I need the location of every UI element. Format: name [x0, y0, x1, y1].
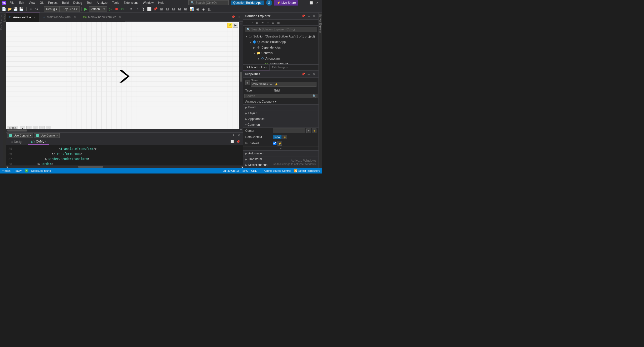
menu-extensions[interactable]: Extensions: [122, 1, 140, 5]
project-root[interactable]: ▾ 🔷 Question Builder App: [243, 39, 318, 45]
isenabled-checkbox[interactable]: [273, 142, 276, 145]
restore-button[interactable]: ⬜: [308, 0, 314, 6]
prop-lightning-icon[interactable]: ⚡: [274, 82, 278, 86]
select-repository-button[interactable]: 🔀 Select Repository: [294, 169, 320, 172]
restart-icon[interactable]: ↺: [120, 6, 125, 12]
menu-git[interactable]: Git: [38, 1, 46, 5]
se-forward-icon[interactable]: →: [250, 20, 255, 25]
scroll-up-icon[interactable]: ▲: [240, 22, 242, 25]
menu-project[interactable]: Project: [46, 1, 59, 5]
prop-name-value[interactable]: <No Name> ✏ ⚡: [251, 82, 316, 87]
horiz-scroll-thumb[interactable]: [78, 166, 103, 168]
prop-arrow-icon[interactable]: ⇐: [306, 72, 311, 76]
arrow-xaml-cs-item[interactable]: ▶ C# Arrow.xaml.cs: [243, 61, 318, 64]
usercontrol-selector[interactable]: ⬡ UserControl ▾: [7, 133, 33, 138]
tab-close-arrow[interactable]: ✕: [32, 15, 36, 19]
isenabled-reset-icon[interactable]: ⚡: [277, 141, 282, 146]
open-folder-icon[interactable]: 📂: [7, 6, 12, 12]
menu-build[interactable]: Build: [60, 1, 71, 5]
platform-dropdown[interactable]: Any CPU ▾: [60, 6, 79, 12]
code-fullscreen-icon[interactable]: ⬜: [229, 139, 235, 145]
toolbar-btn-8[interactable]: ⊡: [171, 6, 176, 12]
new-project-icon[interactable]: 📄: [1, 6, 7, 12]
menu-debug[interactable]: Debug: [71, 1, 84, 5]
horiz-scrollbar-code[interactable]: ◄ ►: [6, 165, 243, 168]
prop-pin-icon[interactable]: 📌: [301, 72, 305, 76]
se-search-box[interactable]: 🔍: [245, 27, 317, 32]
prop-arrange-row[interactable]: Arrange by: Category ▾: [243, 99, 318, 105]
cursor-reset-icon[interactable]: ⚡: [312, 128, 316, 133]
prop-section-layout[interactable]: ▶ Layout: [243, 110, 318, 116]
solution-root[interactable]: ▾ 🗂 Solution 'Question Builder App' (1 o…: [243, 34, 318, 39]
stop-debug-icon[interactable]: ⏹: [114, 6, 119, 12]
toolbar-btn-10[interactable]: ⊞: [183, 6, 188, 12]
save-all-icon[interactable]: 💾: [18, 6, 24, 12]
toolbox-label[interactable]: Toolbox: [3, 14, 6, 22]
se-new-solution-icon[interactable]: ⊞: [276, 20, 281, 25]
scroll-right-btn[interactable]: ►: [242, 166, 243, 168]
status-encoding[interactable]: SPC: [243, 169, 248, 172]
close-xaml-tab-icon[interactable]: ✕: [45, 140, 47, 143]
menu-tools[interactable]: Tools: [110, 1, 121, 5]
live-share-button[interactable]: ⚡ Live Share: [274, 0, 298, 6]
toolbar-btn-13[interactable]: ◈: [201, 6, 207, 12]
tab-pin-icon[interactable]: 📌: [230, 14, 236, 20]
scroll-left-btn[interactable]: ◄: [7, 166, 8, 168]
se-properties-icon[interactable]: ⊞: [255, 20, 260, 25]
toolbar-btn-4[interactable]: ⬜: [147, 6, 152, 12]
dependencies-item[interactable]: ▶ ⚙ Dependencies: [243, 45, 318, 50]
code-settings-icon[interactable]: ⚙: [236, 133, 242, 138]
tab-arrow-xaml[interactable]: ⬡ Arrow.xaml ✕: [6, 13, 40, 22]
status-git-icon[interactable]: ⑂ main: [2, 169, 11, 172]
prop-section-common[interactable]: ▾ Common: [243, 122, 318, 128]
prop-expand-more[interactable]: ▾: [243, 147, 318, 151]
scroll-down-icon[interactable]: ▼: [240, 128, 242, 131]
debug-config-dropdown[interactable]: Debug ▾: [44, 6, 60, 12]
controls-item[interactable]: ▾ 📁 Controls: [243, 50, 318, 56]
design-toolbar-arrow-icon[interactable]: ▶: [233, 23, 238, 28]
toolbar-btn-11[interactable]: 📊: [189, 6, 194, 12]
close-button[interactable]: ✕: [314, 0, 320, 6]
prop-grid-icon[interactable]: ⊞: [245, 80, 250, 85]
tab-menu-icon[interactable]: ≡: [236, 14, 242, 20]
se-tab-git-changes[interactable]: Git Changes: [270, 65, 290, 70]
prop-section-automation[interactable]: ▶ Automation: [243, 151, 318, 156]
datacontext-reset-icon[interactable]: ⚡: [283, 135, 287, 139]
toolbar-btn-6[interactable]: ⊞: [159, 6, 164, 12]
se-tab-solution-explorer[interactable]: Solution Explorer: [243, 65, 270, 70]
scroll-thumb[interactable]: [240, 72, 242, 82]
data-sources-label[interactable]: Data Sources: [0, 14, 3, 31]
se-arrow-icon[interactable]: ⇐: [306, 14, 311, 18]
prop-search-box[interactable]: 🔍: [244, 94, 317, 98]
prop-new-badge[interactable]: New: [273, 135, 281, 139]
start-without-debug-icon[interactable]: ▷: [108, 6, 113, 12]
code-pin-icon[interactable]: 📌: [235, 139, 241, 145]
redo-icon[interactable]: ↪: [34, 6, 39, 12]
se-search-input[interactable]: [251, 28, 315, 31]
expand-code-icon[interactable]: ⬆: [230, 133, 236, 138]
attach-button[interactable]: Attach... ▾: [89, 6, 107, 12]
status-line-ending[interactable]: CRLF: [251, 169, 258, 172]
design-tab[interactable]: ⊞ Design: [8, 139, 26, 145]
save-icon[interactable]: 💾: [13, 6, 18, 12]
menu-analyze[interactable]: Analyze: [95, 1, 110, 5]
status-no-issues[interactable]: No issues found: [31, 169, 51, 172]
se-collapse-icon[interactable]: ⊟: [271, 20, 276, 25]
prop-close-icon[interactable]: ✕: [312, 72, 316, 76]
horiz-scroll-track[interactable]: [8, 166, 241, 168]
menu-view[interactable]: View: [27, 1, 37, 5]
toolbar-btn-1[interactable]: ≡: [129, 6, 134, 12]
toolbar-btn-5[interactable]: 📌: [153, 6, 158, 12]
prop-section-appearance[interactable]: ▶ Appearance: [243, 116, 318, 122]
prop-edit-icon[interactable]: ✏: [269, 82, 273, 86]
cursor-value-input[interactable]: [273, 128, 305, 133]
add-source-control-button[interactable]: ⑂ Add to Source Control: [261, 169, 291, 172]
horiz-scrollbar-design[interactable]: [6, 129, 239, 132]
global-search-box[interactable]: 🔍 Search (Ctrl+Q): [188, 0, 229, 5]
horiz-scroll-thumb-design[interactable]: [7, 129, 27, 132]
usercontrol-selector-right[interactable]: ⬡ UserControl ▾: [34, 133, 60, 138]
se-sync-icon[interactable]: ⟲: [260, 20, 265, 25]
toolbar-btn-9[interactable]: ⊠: [177, 6, 182, 12]
toolbar-btn-2[interactable]: ↕: [135, 6, 140, 12]
tab-close-mainwindow-cs[interactable]: ✕: [118, 15, 122, 19]
